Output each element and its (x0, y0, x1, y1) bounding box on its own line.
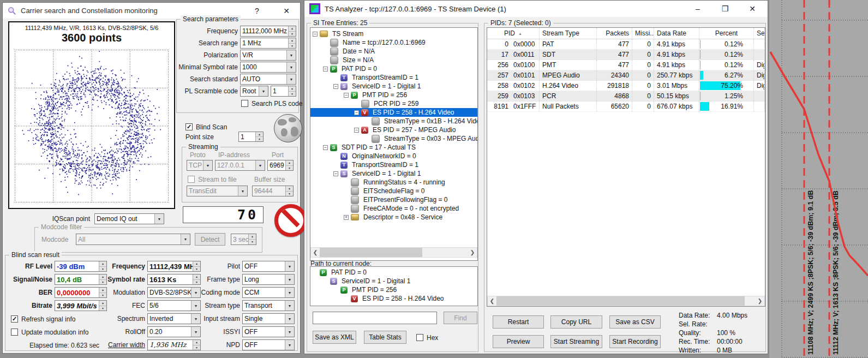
column-header-data-rate[interactable]: Data Rate (654, 28, 699, 39)
minimize-button[interactable]: – (687, 1, 709, 16)
collapse-minus-icon[interactable]: − (313, 32, 318, 37)
si-tree-view[interactable]: −TS StreamName = tcp://127.0.0.1:6969Dat… (310, 27, 478, 261)
spinner-arrows[interactable]: ▲▼ (285, 160, 293, 170)
tree-item[interactable]: Date = N/A (310, 47, 477, 56)
tree-item[interactable]: Name = tcp://127.0.0.1:6969 (310, 38, 477, 47)
column-header-packets[interactable]: Packets (597, 28, 632, 39)
tree-item[interactable]: −AES PID = 257 - MPEG Audio (310, 126, 477, 134)
column-header-ser[interactable]: Ser (754, 28, 765, 39)
copy-url-button[interactable]: Copy URL (550, 315, 602, 329)
scrollbar-thumb[interactable] (320, 248, 422, 257)
search-standard-combo[interactable]: AUTO▼ (240, 74, 296, 85)
dropdown-arrow-icon[interactable]: ▼ (285, 275, 294, 284)
pilot-combo[interactable]: OFF▼ (242, 261, 295, 272)
expand-plus-icon[interactable]: + (344, 215, 349, 220)
column-header-missi-[interactable]: Missi... (632, 28, 654, 39)
dropdown-arrow-icon[interactable]: ▼ (259, 86, 268, 96)
tree-item[interactable]: −SServiceID = 1 - Digital 1 (310, 82, 477, 91)
table-row[interactable]: 00x0000PAT47704.91 kbps0.12% (487, 39, 765, 50)
table-row[interactable]: 2560x0100PMT47704.91 kbps0.12%Dig (487, 60, 765, 70)
scroll-left-icon[interactable]: ❮ (311, 248, 320, 257)
save-as-csv-button[interactable]: Save as CSV (609, 315, 661, 329)
tree-item[interactable]: +Descriptor = 0x48 - Service (310, 213, 477, 222)
tree-item[interactable]: FreeCAMode = 0 - not encrypted (310, 204, 477, 213)
tree-item[interactable]: EITScheduleFlag = 0 (310, 187, 477, 195)
blind-scan-checkbox[interactable]: ✓ (185, 123, 193, 130)
point-size-spinner[interactable]: 1▲▼ (238, 132, 264, 142)
dropdown-arrow-icon[interactable]: ▼ (154, 214, 164, 224)
find-input[interactable] (313, 312, 437, 324)
port-spinner[interactable]: 6969▲▼ (267, 160, 294, 171)
si-tree-hscrollbar[interactable]: ❮ ❯ (310, 247, 477, 258)
hex-checkbox[interactable] (416, 334, 423, 341)
table-stats-button[interactable]: Table Stats (364, 331, 406, 344)
tree-item[interactable]: PPAT PID = 0 (310, 268, 477, 277)
pid-table-hscrollbar[interactable]: ❮ ❯ (487, 296, 765, 306)
pl-scramble-spinner[interactable]: 1▲▼ (271, 86, 296, 97)
restart-button[interactable]: Restart (493, 315, 544, 329)
column-header-stream-type[interactable]: Stream Type (540, 28, 597, 39)
table-row[interactable]: 2570x0101MPEG Audio243400250.77 kbps6.27… (487, 70, 765, 81)
collapse-minus-icon[interactable]: − (354, 110, 359, 115)
dropdown-arrow-icon[interactable]: ▼ (285, 301, 294, 311)
dropdown-arrow-icon[interactable]: ▼ (285, 261, 294, 271)
issyi-combo[interactable]: OFF▼ (242, 326, 295, 337)
spinner-arrows[interactable]: ▲▼ (288, 38, 296, 48)
save-as-xml-button[interactable]: Save as XML (313, 331, 356, 344)
collapse-minus-icon[interactable]: − (323, 145, 328, 150)
start-streaming-button[interactable]: Start Streaming (550, 335, 602, 348)
collapse-minus-icon[interactable]: − (354, 128, 359, 133)
tree-item[interactable]: SServiceID = 1 - Digital 1 (310, 277, 477, 285)
preview-button[interactable]: Preview (493, 335, 544, 348)
spinner-arrows[interactable]: ▲▼ (255, 132, 263, 141)
column-header-pid[interactable]: PID▲ (487, 28, 540, 39)
dropdown-arrow-icon[interactable]: ▼ (285, 340, 294, 350)
iqscan-combo[interactable]: Demod IQ out▼ (94, 213, 164, 224)
pid-table[interactable]: PID▲Stream TypePacketsMissi...Data RateP… (487, 27, 765, 307)
scroll-left-icon[interactable]: ❮ (488, 296, 496, 306)
close-button[interactable]: ✕ (741, 1, 763, 16)
tree-item[interactable]: −TS Stream (310, 29, 477, 38)
pl-scramble-mode-combo[interactable]: Root▼ (240, 86, 268, 97)
dropdown-arrow-icon[interactable]: ▼ (286, 62, 296, 72)
path-to-node-view[interactable]: PPAT PID = 0SServiceID = 1 - Digital 1PP… (310, 266, 478, 306)
collapse-minus-icon[interactable]: − (333, 171, 338, 176)
help-button[interactable]: ? (250, 3, 264, 19)
tree-item[interactable]: VES PID = 258 - H.264 Video (310, 294, 477, 303)
tree-item[interactable]: PPMT PID = 256 (310, 285, 477, 294)
tree-item[interactable]: NOriginalNetworkID = 0 (310, 152, 477, 160)
collapse-minus-icon[interactable]: − (323, 67, 328, 71)
search-range-spinner[interactable]: 1 MHz▲▼ (240, 38, 296, 49)
tree-item[interactable]: StreamType = 0x03 - MPEG Audio (ISO/IE (310, 134, 477, 143)
column-header-percent[interactable]: Percent (699, 28, 754, 39)
tree-item[interactable]: TTransportStreamID = 1 (310, 73, 477, 82)
tree-item[interactable]: −PPMT PID = 256 (310, 91, 477, 99)
tree-item[interactable]: TTransportStreamID = 1 (310, 160, 477, 169)
collapse-minus-icon[interactable]: − (344, 93, 349, 98)
tree-item[interactable]: −PPAT PID = 0 (310, 64, 477, 73)
spinner-arrows[interactable]: ▲▼ (288, 26, 296, 36)
tree-item[interactable]: Size = N/A (310, 56, 477, 64)
tree-item[interactable]: PCR PID = 259 (310, 99, 477, 108)
update-modulation-checkbox[interactable] (11, 329, 18, 336)
npd-combo[interactable]: OFF▼ (242, 339, 295, 350)
tree-item[interactable]: −SSDT PID = 17 - Actual TS (310, 143, 477, 152)
tree-item[interactable]: StreamType = 0x1B - H.264 Video (ITU-T R (310, 117, 477, 126)
scrollbar-thumb[interactable] (496, 296, 745, 306)
dropdown-arrow-icon[interactable]: ▼ (285, 314, 294, 324)
carrier-width-link[interactable]: Carrier width (82, 341, 145, 349)
maximize-button[interactable]: ❒ (714, 1, 736, 16)
scroll-right-icon[interactable]: ❯ (756, 296, 764, 306)
close-button[interactable]: ✕ (279, 3, 294, 19)
search-pls-checkbox[interactable] (241, 100, 248, 107)
scroll-right-icon[interactable]: ❯ (468, 248, 477, 257)
table-row[interactable]: 170x0011SDT47704.91 kbps0.12% (487, 50, 765, 60)
dropdown-arrow-icon[interactable]: ▼ (285, 327, 294, 337)
tree-item[interactable]: −SServiceID = 1 - Digital 1 (310, 169, 477, 178)
dropdown-arrow-icon[interactable]: ▼ (285, 288, 294, 297)
dropdown-arrow-icon[interactable]: ▼ (286, 74, 296, 84)
polarization-combo[interactable]: V/R▼ (240, 50, 296, 61)
tree-item[interactable]: EITPresentFollowingFlag = 0 (310, 195, 477, 204)
start-recording-button[interactable]: Start Recording (609, 335, 661, 348)
table-row[interactable]: 81910x1FFFNull Packets656200676.07 kbps1… (487, 102, 765, 112)
